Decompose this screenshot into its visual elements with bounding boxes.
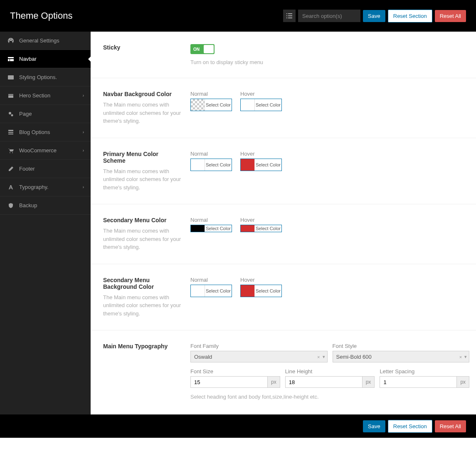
section-secondary-menu-color: Secondary Menu Color The Main menu comes…: [91, 204, 476, 264]
color-swatch: [241, 99, 255, 111]
select-color-label: Select Color: [205, 285, 232, 297]
svg-point-2: [11, 114, 13, 116]
section-desc: The Main menu comes with unlimited color…: [103, 101, 182, 125]
hero-icon: [7, 93, 15, 99]
color-label-hover: Hover: [240, 277, 282, 283]
navbar-bg-hover-color-picker[interactable]: Select Color: [240, 99, 282, 111]
select-color-label: Select Color: [255, 285, 281, 297]
edit-icon: [7, 166, 15, 172]
line-height-input[interactable]: [285, 376, 363, 388]
select-color-label: Select Color: [255, 99, 281, 111]
letter-spacing-label: Letter Spacing: [380, 368, 469, 375]
letter-spacing-input[interactable]: [380, 376, 457, 388]
select-icons: × ▾: [317, 354, 325, 360]
search-input[interactable]: [298, 10, 360, 22]
secondary-hover-color-picker[interactable]: Select Color: [240, 225, 282, 232]
navbar-bg-normal-color-picker[interactable]: Select Color: [190, 99, 232, 111]
main-content: Sticky ON Turn on to display sticky menu…: [91, 32, 476, 414]
sticky-toggle[interactable]: ON: [190, 44, 215, 54]
section-title: Sticky: [103, 44, 182, 51]
font-style-label: Font Style: [333, 343, 470, 349]
sidebar-item-label: Page: [19, 111, 32, 117]
section-title: Primary Menu Color Scheme: [103, 151, 182, 164]
sidebar-item-blog-options[interactable]: Blog Options ›: [0, 123, 91, 141]
font-icon: [7, 184, 15, 190]
chevron-right-icon: ›: [83, 148, 84, 153]
color-swatch: [191, 285, 205, 297]
sidebar-item-footer[interactable]: Footer: [0, 160, 91, 178]
sidebar-item-label: Hero Section: [19, 92, 50, 99]
sidebar-item-label: General Settings: [19, 37, 59, 44]
unit-label: px: [457, 376, 469, 388]
sidebar-item-typography[interactable]: Typography. ›: [0, 178, 91, 196]
color-label-hover: Hover: [240, 217, 282, 223]
color-label-normal: Normal: [190, 151, 232, 157]
select-color-label: Select Color: [255, 225, 281, 232]
sidebar-item-styling-options[interactable]: Styling Options.: [0, 68, 91, 87]
sidebar-item-woocommerce[interactable]: WooCommerce ›: [0, 141, 91, 160]
chevron-down-icon[interactable]: ▾: [323, 354, 325, 360]
sidebar-item-page[interactable]: Page: [0, 105, 91, 123]
sidebar-item-label: Styling Options.: [19, 74, 57, 80]
section-title: Secondary Menu Color: [103, 217, 182, 223]
sidebar: General Settings Navbar Styling Options.…: [0, 32, 91, 414]
unit-label: px: [268, 376, 280, 388]
chevron-right-icon: ›: [83, 130, 84, 134]
svg-rect-0: [8, 75, 14, 79]
select-color-label: Select Color: [255, 159, 281, 171]
toggle-knob: [204, 45, 214, 53]
topbar: Theme Options Save Reset Section Reset A…: [0, 0, 476, 32]
sidebar-item-label: Backup: [19, 202, 37, 208]
sidebar-item-general-settings[interactable]: General Settings: [0, 32, 91, 50]
reset-all-button-bottom[interactable]: Reset All: [435, 420, 466, 432]
svg-point-1: [9, 112, 11, 114]
sidebar-item-hero-section[interactable]: Hero Section ›: [0, 87, 91, 105]
list-icon-button[interactable]: [283, 10, 296, 22]
chevron-right-icon: ›: [83, 93, 84, 98]
select-color-label: Select Color: [205, 225, 232, 232]
secondary-bg-normal-color-picker[interactable]: Select Color: [190, 285, 232, 297]
toggle-on-label: ON: [190, 47, 200, 52]
styling-icon: [7, 74, 15, 80]
cogs-icon: [7, 111, 15, 117]
reset-section-button[interactable]: Reset Section: [388, 10, 432, 22]
section-desc: The Main menu comes with unlimited color…: [103, 227, 182, 251]
color-swatch: [241, 159, 255, 171]
sidebar-item-backup[interactable]: Backup: [0, 196, 91, 215]
clear-icon[interactable]: ×: [317, 354, 320, 359]
sidebar-item-label: Typography.: [19, 184, 49, 190]
reset-section-button-bottom[interactable]: Reset Section: [388, 420, 432, 433]
primary-normal-color-picker[interactable]: Select Color: [190, 159, 232, 171]
save-button-bottom[interactable]: Save: [363, 420, 385, 432]
font-family-select[interactable]: [190, 351, 328, 362]
primary-hover-color-picker[interactable]: Select Color: [240, 159, 282, 171]
section-primary-menu-color: Primary Menu Color Scheme The Main menu …: [91, 138, 476, 205]
color-swatch: [191, 99, 205, 111]
help-text: Select heading font and body font,size,l…: [190, 394, 469, 400]
section-main-menu-typography: Main Menu Typography Font Family × ▾: [91, 330, 476, 412]
blog-icon: [7, 129, 15, 135]
font-size-input[interactable]: [190, 376, 268, 388]
select-color-label: Select Color: [205, 159, 232, 171]
section-title: Navbar Backgroud Color: [103, 91, 182, 97]
topbar-actions: Save Reset Section Reset All: [283, 10, 466, 22]
chevron-right-icon: ›: [83, 185, 84, 189]
chevron-down-icon[interactable]: ▾: [464, 354, 467, 360]
color-label-normal: Normal: [190, 277, 232, 283]
font-style-select[interactable]: [333, 351, 470, 362]
color-label-normal: Normal: [190, 91, 232, 97]
clear-icon[interactable]: ×: [459, 354, 462, 359]
save-button[interactable]: Save: [363, 10, 385, 22]
sidebar-item-label: Blog Options: [19, 129, 50, 135]
section-secondary-menu-bg-color: Secondary Menu Background Color The Main…: [91, 264, 476, 331]
sidebar-item-label: WooCommerce: [19, 147, 57, 154]
cart-icon: [7, 148, 15, 154]
sidebar-item-navbar[interactable]: Navbar: [0, 50, 91, 68]
color-swatch: [191, 225, 205, 232]
dashboard-icon: [7, 38, 15, 44]
line-height-label: Line Height: [285, 368, 375, 375]
secondary-normal-color-picker[interactable]: Select Color: [190, 225, 232, 232]
navbar-icon: [7, 56, 15, 62]
reset-all-button[interactable]: Reset All: [435, 10, 466, 22]
secondary-bg-hover-color-picker[interactable]: Select Color: [240, 285, 282, 297]
